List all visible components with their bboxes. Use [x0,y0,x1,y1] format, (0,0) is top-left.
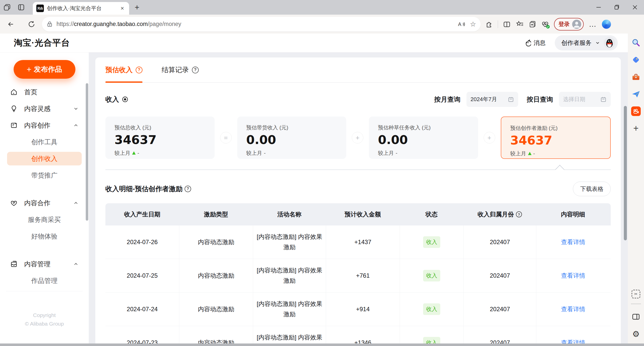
card-compare: 较上月- [510,150,601,157]
workspaces-icon[interactable] [0,2,14,13]
sidebar-item-promotion[interactable]: 带货推广 [7,168,82,182]
equals-operator: = [220,132,232,143]
card-sales-income[interactable]: 预估带货收入 (元) 0.00 较上月- [237,117,346,159]
tab-label: 预估收入 [105,65,133,74]
creator-service-menu[interactable]: 创作者服务 [555,35,618,50]
extensions-icon[interactable] [485,20,493,28]
restore-button[interactable] [608,0,626,15]
sidebar-kuaishou-icon[interactable] [630,106,641,117]
sidebar-group-inspiration[interactable]: 内容灵感 [7,102,82,116]
browser-essentials-icon[interactable] [541,20,549,28]
card-compare: 较上月- [114,150,206,157]
favorites-icon[interactable] [516,20,524,28]
cell-status: 收入 [400,326,463,343]
column-header: 活动名称 [253,203,326,225]
cell-type: 内容动态激励 [179,225,253,259]
settings-gear-icon[interactable]: ⚙ [630,328,641,339]
sidebar-scrollbar[interactable] [86,83,88,221]
read-aloud-icon[interactable]: A [457,20,465,28]
sidebar-item-product-trial[interactable]: 好物体验 [7,229,82,243]
publish-label: 发布作品 [34,65,62,74]
card-value: 34637 [510,134,601,147]
tab-close-icon[interactable]: × [119,5,126,12]
collections-icon[interactable] [529,20,536,28]
login-button[interactable]: 登录 [554,18,584,31]
card-compare: 较上月- [246,150,337,157]
edit-box-icon [10,122,18,129]
page-scrollbar[interactable] [624,106,627,240]
site-logo[interactable]: 淘宝·光合平台 [14,37,70,49]
home-label: 首页 [24,88,37,97]
help-icon[interactable]: ? [516,211,522,217]
tab-actions-icon[interactable] [14,2,28,13]
content-panel: 预估收入 ? 结算记录 ? 收入 按月查询 2 [95,57,621,343]
new-tab-button[interactable]: + [135,3,139,12]
side-navigation: + 发布作品 首页 内容灵感 [0,52,89,343]
sidebar-item-creation-income[interactable]: 创作收入 [7,152,82,165]
view-details-link[interactable]: 查看详情 [561,272,585,280]
messages-label: 消息 [534,39,546,47]
back-icon[interactable] [4,17,18,31]
month-picker-input[interactable]: 2024年7月 [466,92,518,107]
stat-cards-row: 预估总收入 (元) 34637 较上月- = 预估带货收入 (元) 0.00 较… [105,117,611,159]
chevron-up-icon [73,123,79,128]
messages-button[interactable]: 消息 [523,39,546,47]
favorite-star-icon[interactable]: ☆ [470,20,476,28]
status-badge: 收入 [423,303,440,315]
sidebar-item-works-management[interactable]: 作品管理 [7,274,82,287]
column-header: 收入产生日期 [105,203,179,225]
cell-action: 查看详情 [536,259,610,292]
cell-activity: [内容动态激励] 内容效果激励 [253,225,326,259]
sidebar-item-home[interactable]: 首页 [7,85,82,99]
column-header: 激励类型 [179,203,253,225]
view-details-link[interactable]: 查看详情 [561,238,585,246]
sidebar-send-icon[interactable] [630,89,641,100]
split-screen-icon[interactable] [503,20,511,28]
sidebar-group-cooperation[interactable]: 内容合作 [7,196,82,210]
help-icon[interactable]: ? [185,186,191,192]
url-bar[interactable]: https://creator.guanghe.taobao.com/page/… [42,17,481,32]
close-button[interactable] [626,0,644,15]
day-placeholder: 选择日期 [563,96,585,103]
card-total-income[interactable]: 预估总收入 (元) 34637 较上月- [105,117,215,159]
card-creator-incentive[interactable]: 预估创作者激励 (元) 34637 较上月- [501,117,611,159]
refresh-icon[interactable] [24,17,39,31]
side-panel-icon[interactable] [630,311,641,322]
publish-work-button[interactable]: + 发布作品 [14,60,75,79]
help-icon[interactable]: ? [136,67,142,73]
url-text: https://creator.guanghe.taobao.com/page/… [56,21,454,27]
help-icon[interactable]: ? [192,67,199,73]
sidebar-search-icon[interactable] [630,37,641,48]
sidebar-item-service-purchase[interactable]: 服务商采买 [7,213,82,226]
sidebar-add-icon[interactable]: + [630,123,641,134]
status-badge: 收入 [423,337,440,343]
sidebar-group-creation[interactable]: 内容创作 [7,119,82,132]
minimize-button[interactable] [590,0,608,15]
sidebar-tools-icon[interactable] [630,71,641,82]
sidebar-group-management[interactable]: 内容管理 [7,257,82,271]
filters-row: 收入 按月查询 2024年7月 按日查询 选择日期 [105,91,611,107]
settings-more-icon[interactable]: … [589,20,597,28]
screenshot-icon[interactable]: ✂ [630,289,641,300]
eye-icon[interactable] [122,96,129,103]
card-value: 0.00 [378,133,469,147]
sidebar-shopping-icon[interactable] [630,54,641,65]
card-seeding-task-income[interactable]: 预估种草任务收入 (元) 0.00 较上月- [369,117,478,159]
view-details-link[interactable]: 查看详情 [561,339,585,343]
table-row: 2024-07-26 内容动态激励 [内容动态激励] 内容效果激励 +1437 … [105,225,611,259]
browser-tab[interactable]: 光合 创作收入·淘宝光合平台 × [33,2,129,15]
group-label: 内容管理 [24,260,50,269]
card-title: 预估创作者激励 (元) [510,125,601,132]
copilot-icon[interactable] [602,20,611,29]
tab-settlement-records[interactable]: 结算记录 ? [162,57,199,82]
group-label: 内容合作 [24,199,50,208]
download-table-button[interactable]: 下载表格 [573,182,611,196]
sidebar-item-creation-tools[interactable]: 创作工具 [7,135,82,149]
cell-amount: +761 [326,259,400,292]
view-details-link[interactable]: 查看详情 [561,305,585,313]
cell-month: 202407 [463,326,536,343]
tab-estimated-income[interactable]: 预估收入 ? [105,57,142,82]
user-avatar[interactable] [604,37,615,49]
day-picker-input[interactable]: 选择日期 [559,92,611,107]
lock-icon [46,21,53,27]
